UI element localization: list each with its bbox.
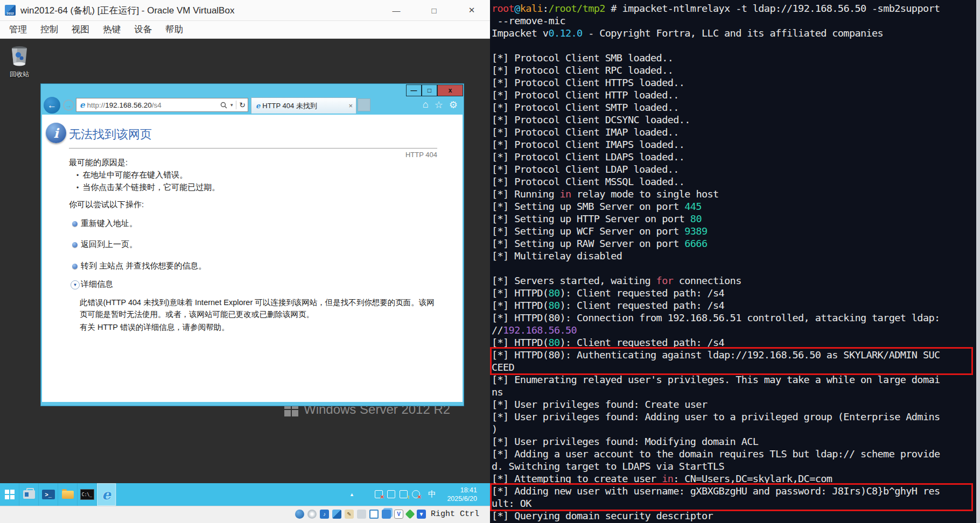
terminal-line: [*] Protocol Client IMAP loaded..	[490, 126, 980, 138]
terminal-line: [*] Protocol Client IMAPS loaded..	[490, 138, 980, 151]
display-icon[interactable]	[369, 510, 379, 519]
search-icon[interactable]	[220, 102, 227, 109]
terminal-line: [*] Adding a user account to the domain …	[490, 448, 980, 460]
windows-start-icon	[5, 490, 15, 499]
home-icon[interactable]: ⌂	[423, 99, 429, 111]
terminal-line: [*] Querying domain security descriptor	[490, 510, 980, 522]
volume-icon[interactable]: ✕	[412, 490, 420, 498]
recycle-bin-icon	[10, 45, 29, 67]
virtualbox-window: win2012-64 (备机) [正在运行] - Oracle VM Virtu…	[0, 0, 490, 523]
terminal-line: [*] User privileges found: Modifying dom…	[490, 435, 980, 448]
cmd-button[interactable]: C:\_	[78, 483, 97, 506]
network-icon[interactable]: !	[400, 490, 408, 498]
features-icon[interactable]	[405, 509, 415, 519]
address-bar[interactable]: e http://192.168.56.20/s4 ▼ ↻	[76, 98, 248, 112]
terminal-line: [*] Protocol Client DCSYNC loaded..	[490, 114, 980, 126]
browser-tab[interactable]: e HTTP 404 未找到 ×	[251, 97, 356, 114]
terminal-line: [*] Protocol Client HTTPS loaded..	[490, 76, 980, 89]
host-key-icon[interactable]: ▼	[417, 510, 426, 519]
virtualbox-titlebar: win2012-64 (备机) [正在运行] - Oracle VM Virtu…	[0, 0, 490, 21]
pointer-icon[interactable]: ✎	[345, 510, 354, 519]
bullet-icon	[72, 242, 78, 248]
ie-icon: e	[102, 486, 111, 503]
back-button[interactable]: ←	[44, 97, 60, 114]
menu-hotkeys[interactable]: 热键	[103, 24, 121, 36]
audio-icon[interactable]: ♪	[320, 510, 329, 519]
terminal-line: [*] Enumerating relayed user's privilege…	[490, 373, 980, 386]
network-adapter-icon[interactable]	[332, 510, 341, 519]
url-text: http://192.168.56.20/s4	[87, 101, 221, 109]
refresh-icon[interactable]: ↻	[236, 101, 246, 109]
details-label[interactable]: 详细信息	[81, 279, 113, 289]
close-button[interactable]: ✕	[465, 5, 478, 15]
details-help: 有关 HTTP 错误的详细信息，请参阅帮助。	[80, 322, 229, 333]
terminal-line: [*] Protocol Client RPC loaded..	[490, 64, 980, 76]
powershell-button[interactable]: >_	[39, 483, 58, 506]
vm-desktop: 回收站 Windows Server 2012 R2 — □ x ← → e	[0, 39, 490, 483]
tray-expand-icon[interactable]: ▲	[349, 492, 354, 497]
forward-button[interactable]: →	[63, 100, 74, 111]
kali-terminal[interactable]: root@kali:/root/tmp2 # impacket-ntlmrela…	[490, 0, 980, 523]
terminal-line: [*] User privileges found: Create user	[490, 398, 980, 411]
start-button[interactable]	[0, 483, 19, 506]
terminal-line: [*] HTTPD(80): Client requested path: /s…	[490, 299, 980, 312]
terminal-scrollbar[interactable]	[976, 0, 980, 523]
terminal-line: [*] Setting up HTTP Server on port 80	[490, 213, 980, 225]
terminal-line: [*] Protocol Client HTTP loaded..	[490, 89, 980, 101]
ie-page-icon: e	[80, 100, 85, 110]
ie-minimize-button[interactable]: —	[406, 84, 422, 96]
taskbar-clock[interactable]: 18:41 2025/6/20	[447, 486, 477, 503]
windows-list-icon[interactable]	[382, 510, 391, 519]
terminal-line: --remove-mic	[490, 15, 980, 27]
terminal-line: ns	[490, 386, 980, 398]
ie-navigation-bar: ← → e http://192.168.56.20/s4 ▼ ↻ e HT	[40, 96, 464, 115]
virtualbox-statusbar: ♪ ✎ V ▼ Right Ctrl	[0, 506, 490, 523]
causes-title: 最可能的原因是:	[69, 158, 128, 168]
tab-close-icon[interactable]: ×	[346, 102, 353, 110]
notification-icon[interactable]: ✕	[375, 490, 383, 498]
divider	[69, 148, 437, 149]
terminal-line: [*] Running in relay mode to single host	[490, 188, 980, 200]
ime-indicator[interactable]: 中	[428, 489, 436, 499]
terminal-line	[490, 262, 980, 274]
settings-gear-icon[interactable]: ⚙	[449, 99, 458, 111]
menu-machine[interactable]: 管理	[9, 24, 27, 36]
terminal-line: [*] Setting up SMB Server on port 445	[490, 200, 980, 213]
ie-maximize-button[interactable]: □	[422, 84, 437, 96]
terminal-line: [*] Protocol Client MSSQL loaded..	[490, 175, 980, 188]
ie-taskbar-button[interactable]: e	[97, 483, 116, 506]
clock-date: 2025/6/20	[447, 494, 477, 503]
details-expander-icon[interactable]: ▼	[71, 280, 80, 289]
menu-view[interactable]: 视图	[72, 24, 89, 36]
update-icon[interactable]	[387, 490, 395, 498]
file-explorer-button[interactable]	[58, 483, 78, 506]
search-dropdown-icon[interactable]: ▼	[229, 103, 234, 108]
terminal-line: ult: OK	[490, 497, 980, 510]
new-tab-button[interactable]	[358, 98, 370, 111]
action-item: 转到 主站点 并查找你想要的信息。	[81, 261, 206, 271]
maximize-button[interactable]: □	[428, 6, 440, 15]
shared-folder-icon[interactable]	[357, 510, 366, 519]
terminal-line: //192.168.56.50	[490, 324, 980, 336]
recycle-bin-label: 回收站	[5, 70, 33, 79]
terminal-line: [*] HTTPD(80): Connection from 192.168.5…	[490, 312, 980, 324]
optical-disc-icon[interactable]	[307, 510, 317, 519]
menu-help[interactable]: 帮助	[165, 24, 183, 36]
server-manager-button[interactable]	[19, 483, 39, 506]
menu-control[interactable]: 控制	[40, 24, 58, 36]
terminal-line: [*] Setting up WCF Server on port 9389	[490, 225, 980, 237]
ie-close-button[interactable]: x	[437, 84, 463, 96]
details-text: 此错误(HTTP 404 未找到)意味着 Internet Explorer 可…	[80, 296, 438, 320]
ie-window: — □ x ← → e http://192.168.56.20/s4 ▼ ↻	[40, 83, 464, 406]
recycle-bin[interactable]: 回收站	[5, 45, 33, 79]
error-page: i 无法找到该网页 HTTP 404 最可能的原因是: •在地址中可能存在键入错…	[42, 115, 463, 402]
folder-icon	[62, 491, 74, 499]
harddisk-icon[interactable]	[295, 510, 304, 519]
menu-devices[interactable]: 设备	[134, 24, 152, 36]
bullet-icon	[72, 264, 78, 269]
favorites-star-icon[interactable]: ☆	[435, 99, 443, 111]
recording-icon[interactable]: V	[394, 510, 403, 519]
terminal-line: [*] Servers started, waiting for connect…	[490, 274, 980, 287]
minimize-button[interactable]: —	[390, 6, 403, 15]
terminal-line: [*] Protocol Client SMB loaded..	[490, 52, 980, 64]
